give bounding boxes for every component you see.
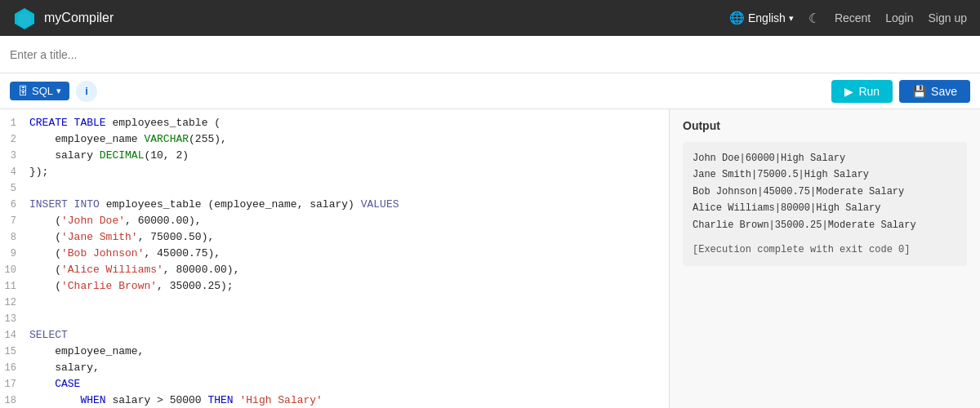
line-number: 12 [0, 296, 29, 308]
app-name: myCompiler [44, 11, 114, 25]
line-content: }); [29, 166, 48, 178]
table-row: 1CREATE TABLE employees_table ( [0, 116, 669, 132]
execution-status: [Execution complete with exit code 0] [693, 242, 957, 258]
table-row: 18 WHEN salary > 50000 THEN 'High Salary… [0, 393, 669, 408]
table-row: 13 [0, 312, 669, 328]
header: myCompiler 🌐 English ▾ ☾ Recent Login Si… [0, 0, 980, 36]
table-row: 11 ('Charlie Brown', 35000.25); [0, 279, 669, 295]
chevron-down-icon: ▾ [56, 86, 61, 96]
signup-button[interactable]: Sign up [929, 11, 967, 24]
list-item: Bob Johnson|45000.75|Moderate Salary [693, 184, 957, 200]
toolbar: 🗄 SQL ▾ i ▶ Run 💾 Save [0, 73, 980, 109]
table-row: 17 CASE [0, 377, 669, 393]
table-row: 7 ('John Doe', 60000.00), [0, 214, 669, 230]
table-row: 5 [0, 181, 669, 197]
code-editor[interactable]: 1CREATE TABLE employees_table (2 employe… [0, 109, 670, 408]
line-number: 6 [0, 198, 29, 211]
info-icon: i [85, 85, 88, 97]
line-content: SELECT [29, 329, 68, 341]
main-area: 1CREATE TABLE employees_table (2 employe… [0, 109, 980, 408]
line-number: 5 [0, 182, 29, 194]
table-row: 3 salary DECIMAL(10, 2) [0, 149, 669, 165]
header-right: 🌐 English ▾ ☾ Recent Login Sign up [729, 11, 967, 26]
output-title: Output [683, 119, 967, 132]
line-content: salary, [29, 361, 100, 374]
table-row: 8 ('Jane Smith', 75000.50), [0, 230, 669, 246]
line-number: 1 [0, 117, 29, 129]
line-number: 9 [0, 247, 29, 259]
table-row: 14SELECT [0, 328, 669, 344]
logo-icon [13, 7, 36, 29]
line-number: 14 [0, 329, 29, 341]
table-row: 9 ('Bob Johnson', 45000.75), [0, 246, 669, 263]
line-number: 7 [0, 215, 29, 227]
line-content: ('Jane Smith', 75000.50), [29, 231, 214, 243]
save-button[interactable]: 💾 Save [899, 80, 970, 103]
run-button[interactable]: ▶ Run [831, 80, 893, 103]
play-icon: ▶ [844, 85, 853, 98]
recent-button[interactable]: Recent [835, 11, 871, 24]
line-number: 2 [0, 133, 29, 145]
line-content: ('Bob Johnson', 45000.75), [29, 247, 220, 259]
line-content: ('Charlie Brown', 35000.25); [29, 280, 234, 292]
output-content: John Doe|60000|High SalaryJane Smith|750… [683, 142, 967, 266]
chevron-down-icon: ▾ [789, 13, 794, 24]
line-number: 18 [0, 394, 29, 406]
title-bar [0, 36, 980, 73]
run-label: Run [858, 85, 880, 98]
table-row: 12 [0, 295, 669, 312]
table-row: 6INSERT INTO employees_table (employee_n… [0, 197, 669, 214]
language-selector[interactable]: 🌐 English ▾ [729, 11, 794, 25]
output-panel: Output John Doe|60000|High SalaryJane Sm… [670, 109, 980, 408]
toolbar-left: 🗄 SQL ▾ i [10, 81, 97, 102]
table-row: 10 ('Alice Williams', 80000.00), [0, 263, 669, 279]
line-content: WHEN salary > 50000 THEN 'High Salary' [29, 394, 323, 406]
line-content: ('Alice Williams', 80000.00), [29, 264, 239, 276]
line-number: 13 [0, 313, 29, 325]
line-content: INSERT INTO employees_table (employee_na… [29, 198, 399, 211]
table-row: 16 salary, [0, 361, 669, 377]
sql-selector-button[interactable]: 🗄 SQL ▾ [10, 82, 69, 100]
info-button[interactable]: i [76, 81, 97, 102]
line-number: 15 [0, 345, 29, 357]
table-row: 2 employee_name VARCHAR(255), [0, 132, 669, 149]
login-button[interactable]: Login [885, 11, 913, 24]
dark-mode-icon[interactable]: ☾ [808, 11, 820, 26]
save-label: Save [931, 85, 957, 98]
line-content: ('John Doe', 60000.00), [29, 215, 202, 227]
list-item: Jane Smith|75000.5|High Salary [693, 166, 957, 183]
line-number: 8 [0, 231, 29, 243]
header-left: myCompiler [13, 7, 114, 29]
line-number: 16 [0, 361, 29, 374]
language-label: English [748, 11, 786, 24]
line-number: 11 [0, 280, 29, 292]
line-number: 3 [0, 149, 29, 162]
list-item: John Doe|60000|High Salary [693, 150, 957, 166]
line-content: employee_name, [29, 345, 144, 357]
line-content: salary DECIMAL(10, 2) [29, 149, 189, 162]
toolbar-right: ▶ Run 💾 Save [831, 80, 970, 103]
line-number: 4 [0, 166, 29, 178]
line-content: employee_name VARCHAR(255), [29, 133, 227, 145]
line-number: 17 [0, 378, 29, 390]
title-input[interactable] [10, 48, 970, 61]
table-row: 4}); [0, 165, 669, 181]
sql-db-icon: 🗄 [18, 85, 29, 97]
line-content: CASE [29, 378, 80, 390]
line-content: CREATE TABLE employees_table ( [29, 117, 220, 129]
list-item: Charlie Brown|35000.25|Moderate Salary [693, 217, 957, 233]
sql-label: SQL [32, 85, 53, 97]
globe-icon: 🌐 [729, 11, 745, 25]
list-item: Alice Williams|80000|High Salary [693, 200, 957, 216]
table-row: 15 employee_name, [0, 344, 669, 361]
save-icon: 💾 [912, 85, 926, 98]
line-number: 10 [0, 264, 29, 276]
